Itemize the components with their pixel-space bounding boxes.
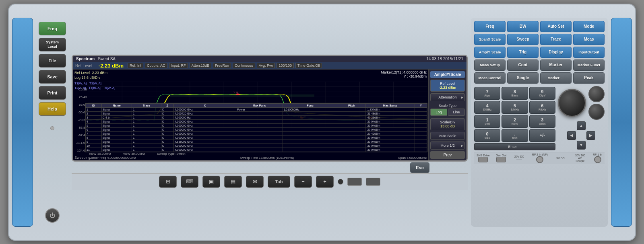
softkey-scale-div-label: Scale/Div xyxy=(431,120,464,124)
softkey-more[interactable]: More 1/2 ▶ xyxy=(430,141,465,150)
meas-setup-button[interactable]: Meas Setup xyxy=(474,59,506,71)
softkey-scale-div[interactable]: Scale/Div 13.60 dB xyxy=(430,118,465,130)
table-row: 4Signal1C4.000000 GHz-30.94dBm xyxy=(86,119,427,123)
num-0-button[interactable]: 0dBs xyxy=(474,129,500,142)
plot-ref-line: Ref Level -2.23 dBm xyxy=(74,70,116,76)
num-5-button[interactable]: 5E/MHz xyxy=(502,101,528,114)
toolbar-screen1-button[interactable]: ▣ xyxy=(202,176,220,188)
ref-level-value: -2.23 dBm xyxy=(99,63,124,69)
table-row: 11Signal1C4.000000 GHz-30.94dBm xyxy=(86,148,427,152)
badge-avg: Avg: Pwr xyxy=(257,63,275,68)
display-button[interactable]: Display xyxy=(540,47,572,58)
system-local-button[interactable]: SystemLocal xyxy=(39,38,66,51)
badge-sweep: Continuous xyxy=(233,63,255,68)
screen-mode: Spectrum xyxy=(76,57,95,61)
toolbar-plus-button[interactable]: + xyxy=(316,176,334,188)
auto-set-button[interactable]: Auto Set xyxy=(540,21,572,32)
plot-log-line: Log 13.6 dB/Div xyxy=(74,75,116,80)
small-knob-1[interactable] xyxy=(588,86,605,102)
softkey-scale-type-label: Scale Type xyxy=(430,104,465,108)
softkey-auto-scale[interactable]: Auto Scale xyxy=(430,132,465,140)
numpad-knob-area: 7A/μs 8B/ms 9C/μV 4D/GHz 5E/MHz 6F/kHz 1… xyxy=(474,86,605,150)
meas-button[interactable]: Meas xyxy=(573,34,605,45)
file-button[interactable]: File xyxy=(39,54,66,68)
plot-area: Ref Level -2.23 dBm Log 13.6 dB/Div T1[W… xyxy=(73,70,428,160)
badge-input: Input: RF xyxy=(169,63,188,68)
meas-control-button[interactable]: Meas Control xyxy=(474,72,506,84)
peak-button[interactable]: Peak xyxy=(573,72,605,84)
arrow-down-button[interactable]: ▼ xyxy=(577,141,586,150)
help-button[interactable]: Help xyxy=(39,102,66,116)
marker-y: Y : -30.94dBm xyxy=(381,74,427,78)
toolbar-minus-button[interactable]: − xyxy=(294,176,312,188)
trig-button[interactable]: Trig xyxy=(507,47,539,58)
marker-button[interactable]: Marker xyxy=(540,59,572,71)
num-plusminus-button[interactable]: +/- xyxy=(529,129,555,142)
span: Span 5.000000MHz xyxy=(398,156,427,160)
marker-right-button[interactable]: Marker → xyxy=(540,72,572,84)
center-freq: Center Freq 4.00000000000GHz xyxy=(89,156,136,160)
marker-table: ID Name Trace Z X Max Func Func Pitch Ma… xyxy=(85,103,427,152)
num-4-button[interactable]: 4D/GHz xyxy=(474,101,500,114)
softkey-more-label: More 1/2 xyxy=(440,144,455,148)
num-7-button[interactable]: 7A/μs xyxy=(474,87,500,100)
toolbar-screen2-button[interactable]: ▤ xyxy=(224,176,242,188)
sweep-type: Sweep Type: Swept xyxy=(157,152,186,156)
sweep-button[interactable]: Sweep xyxy=(507,34,539,45)
softkey-header: AmpId/YScale xyxy=(430,71,465,78)
input-output-button[interactable]: InputOutput xyxy=(573,47,605,58)
enter-button[interactable]: Enter ← xyxy=(474,143,555,150)
num-dot-button[interactable]: .unit xyxy=(502,129,528,142)
small-knob-2[interactable] xyxy=(588,104,605,120)
main-knob[interactable] xyxy=(558,89,586,117)
softkey-attenuation[interactable]: Attenuation ▶ xyxy=(430,93,465,101)
screen-header: Spectrum Swept SA 14:03:18 2015/11/21 xyxy=(73,56,466,62)
ctrl-row-4: Meas Setup Cont Marker Marker Funct xyxy=(474,59,605,71)
toolbar-message-button[interactable]: ✉ xyxy=(246,176,264,188)
power-button[interactable]: ⏻ xyxy=(45,208,60,223)
arrow-more-icon: ▶ xyxy=(461,144,463,147)
toolbar-windows-button[interactable]: ⊞ xyxy=(159,176,177,188)
softkey-log-button[interactable]: Log xyxy=(430,109,447,116)
table-row: 3C-4-b1C4.000000 Hz-40.29dBm xyxy=(86,115,427,119)
arrow-pad-empty-c xyxy=(577,131,586,140)
mode-button[interactable]: Mode xyxy=(573,21,605,32)
softkey-attenuation-label: Attenuation xyxy=(438,95,457,99)
preset-button[interactable]: Freq xyxy=(39,22,66,35)
num-6-button[interactable]: 6F/kHz xyxy=(529,101,555,114)
plot-bottom-info2: RBW 30.00kHz VBW 30.00kHz Sweep Type: Sw… xyxy=(89,152,427,156)
num-3-button[interactable]: 3wavs xyxy=(529,115,555,128)
amply-scale-button[interactable]: AmplY Scale xyxy=(474,47,506,58)
esc-area: Esc xyxy=(72,162,429,173)
badge-timegate: Time Gate:Off xyxy=(295,63,322,68)
arrow-up-button[interactable]: ▲ xyxy=(577,121,586,130)
arrow-pad-empty-tr xyxy=(586,121,595,130)
num-2-button[interactable]: 2nano xyxy=(502,115,528,128)
esc-button[interactable]: Esc xyxy=(410,162,429,173)
trace-button[interactable]: Trace xyxy=(540,34,572,45)
cont-button[interactable]: Cont xyxy=(507,59,539,71)
save-button[interactable]: Save xyxy=(39,70,66,84)
screen-main: Ref Level -2.23 dBm Log 13.6 dB/Div T1[W… xyxy=(73,70,466,160)
single-button[interactable]: Single xyxy=(507,72,539,84)
bw-button[interactable]: BW xyxy=(507,21,539,32)
toolbar-trackball[interactable] xyxy=(338,179,343,185)
spanx-scale-button[interactable]: SpanX Scale xyxy=(474,34,506,45)
marker-funct-button[interactable]: Marker Funct xyxy=(573,59,605,71)
toolbar-tab-button[interactable]: Tab xyxy=(268,176,290,188)
arrow-right-button[interactable]: ▶ xyxy=(586,131,595,140)
svg-text:12: 12 xyxy=(233,91,238,93)
num-1-button[interactable]: 1pmt xyxy=(474,115,500,128)
freq-button[interactable]: Freq xyxy=(474,21,506,32)
badge-atten: Atten:10dB xyxy=(190,63,212,68)
toolbar-keyboard-button[interactable]: ⌨ xyxy=(181,176,198,188)
softkey-prev[interactable]: Prev xyxy=(430,151,465,159)
softkey-line-button[interactable]: Line xyxy=(448,109,465,116)
softkey-scale-type-buttons: Log Line xyxy=(430,109,465,116)
badge-mode: FreeRun xyxy=(213,63,231,68)
print-button[interactable]: Print xyxy=(39,86,66,100)
num-9-button[interactable]: 9C/μV xyxy=(529,87,555,100)
softkey-ref-level[interactable]: Ref Level -2.23 dBm xyxy=(430,80,465,92)
num-8-button[interactable]: 8B/ms xyxy=(502,87,528,100)
arrow-left-button[interactable]: ◀ xyxy=(567,131,576,140)
